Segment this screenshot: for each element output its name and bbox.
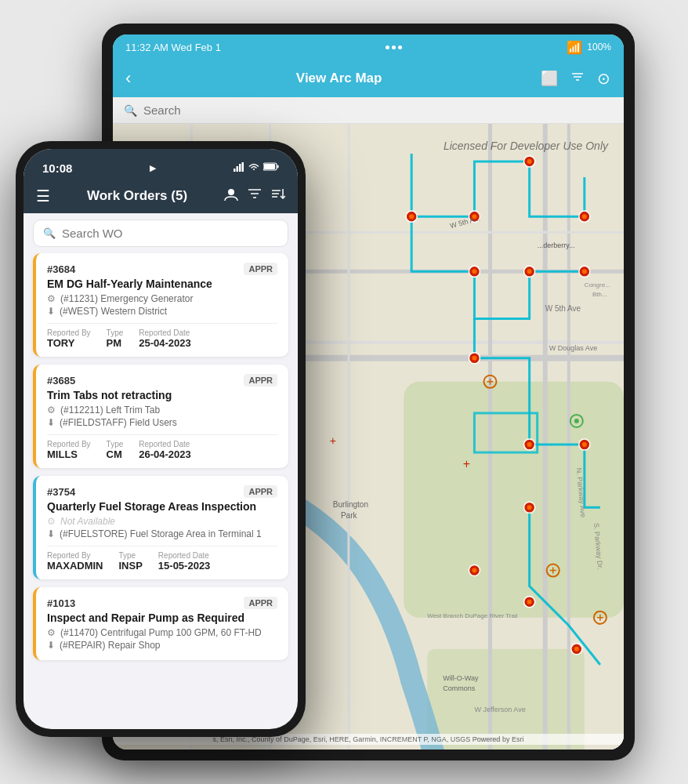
asset-icon: ⚙	[47, 516, 56, 527]
work-order-card-1013[interactable]: #1013 APPR Inspect and Repair Pump as Re…	[33, 587, 288, 660]
svg-text:W Jefferson Ave: W Jefferson Ave	[474, 706, 525, 713]
search-wo-input[interactable]	[62, 227, 278, 240]
wo-date-label: Reported Date	[139, 328, 191, 337]
wo-reported-by-col: Reported By MAXADMIN	[47, 551, 103, 572]
svg-text:Congre...: Congre...	[585, 281, 610, 289]
work-order-card-3754[interactable]: #3754 APPR Quarterly Fuel Storage Areas …	[33, 476, 288, 579]
wo-id: #3685	[47, 375, 75, 387]
wo-card-header: #3684 APPR	[47, 263, 277, 275]
filter-icon[interactable]	[570, 70, 585, 88]
wo-details-row: Reported By MAXADMIN Type INSP Reported …	[47, 551, 277, 572]
wo-asset-text: (#11470) Centrifugal Pump 100 GPM, 60 FT…	[60, 627, 262, 638]
wo-divider	[47, 434, 277, 435]
person-nav-icon[interactable]	[224, 187, 238, 205]
wo-title: Inspect and Repair Pump as Required	[47, 612, 277, 624]
filter-nav-icon[interactable]	[248, 187, 262, 205]
wo-id: #3684	[47, 263, 75, 275]
svg-point-37	[527, 442, 532, 447]
wo-badge: APPR	[244, 485, 277, 498]
svg-rect-85	[234, 169, 236, 172]
phone-nav-icons	[224, 187, 285, 205]
wo-reported-by-label: Reported By	[47, 440, 91, 448]
wo-type-value: PM	[107, 337, 124, 349]
wo-title: EM DG Half-Yearly Maintenance	[47, 278, 277, 290]
wo-reported-by-value: TORY	[47, 337, 91, 349]
wo-badge: APPR	[244, 263, 277, 275]
svg-text:...derberry...: ...derberry...	[538, 241, 575, 249]
svg-point-39	[582, 442, 587, 447]
svg-text:Bth...: Bth...	[592, 291, 607, 298]
wo-location-line: ⬇ (#WEST) Western District	[47, 306, 277, 317]
wo-title: Trim Tabs not retracting	[47, 389, 277, 401]
asset-icon: ⚙	[47, 293, 56, 304]
phone-nav-bar: ☰ Work Orders (5)	[24, 182, 298, 213]
wo-location-text: (#FUELSTORE) Fuel Storage Area in Termin…	[60, 528, 262, 539]
svg-point-23	[527, 159, 532, 164]
back-button[interactable]: ‹	[125, 68, 131, 89]
wo-type-label: Type	[107, 440, 124, 448]
location-icon: ⬇	[47, 640, 55, 651]
wo-location-line: ⬇ (#FIELDSTAFF) Field Users	[47, 417, 277, 428]
phone-status-bar: 10:08 ▶	[24, 149, 298, 182]
wo-type-value: CM	[107, 448, 124, 460]
battery-label: 100%	[587, 42, 611, 53]
svg-rect-87	[239, 164, 241, 172]
wo-divider	[47, 323, 277, 324]
svg-point-92	[228, 189, 234, 195]
wifi-phone-icon	[248, 162, 259, 173]
svg-text:Park: Park	[341, 511, 358, 520]
wo-details-row: Reported By MILLS Type CM Reported Date …	[47, 440, 277, 460]
work-order-card-3684[interactable]: #3684 APPR EM DG Half-Yearly Maintenance…	[33, 253, 288, 357]
wo-badge: APPR	[244, 597, 277, 609]
wo-date-col: Reported Date 26-04-2023	[139, 440, 191, 460]
wo-asset-line: ⚙ Not Available	[47, 516, 277, 527]
phone-nav-title: Work Orders (5)	[60, 188, 215, 204]
asset-icon: ⚙	[47, 405, 56, 416]
phone-screen: 10:08 ▶ ☰ Work Orders (5)	[24, 149, 298, 729]
svg-text:West Branch DuPage River Trail: West Branch DuPage River Trail	[427, 612, 517, 619]
svg-text:Will-O-Way: Will-O-Way	[443, 674, 479, 682]
work-orders-list: #3684 APPR EM DG Half-Yearly Maintenance…	[24, 253, 298, 729]
svg-point-29	[527, 269, 532, 274]
tablet-status-dots	[386, 45, 402, 49]
wo-date-value: 25-04-2023	[139, 337, 191, 349]
wo-date-col: Reported Date 15-05-2023	[158, 551, 211, 572]
location-icon: ⬇	[47, 528, 55, 539]
tablet-time: 11:32 AM Wed Feb 1	[125, 42, 221, 53]
wo-asset-line: ⚙ (#112211) Left Trim Tab	[47, 405, 277, 416]
battery-phone-icon	[263, 162, 279, 173]
wo-location-line: ⬇ (#FUELSTORE) Fuel Storage Area in Term…	[47, 528, 277, 539]
svg-text:+: +	[330, 434, 336, 447]
location-icon: ⬇	[47, 306, 55, 317]
wo-asset-text: (#11231) Emergency Generator	[60, 293, 193, 304]
hamburger-menu-button[interactable]: ☰	[36, 187, 50, 205]
tablet-search-input[interactable]	[143, 103, 613, 117]
svg-text:+: +	[463, 456, 470, 470]
wo-date-label: Reported Date	[139, 440, 191, 448]
wo-reported-by-value: MILLS	[47, 448, 91, 460]
svg-rect-86	[237, 166, 239, 172]
wifi-icon: 📶	[567, 40, 582, 55]
square-icon[interactable]: ⬜	[541, 70, 558, 87]
wo-location-line: ⬇ (#REPAIR) Repair Shop	[47, 640, 277, 651]
phone-location-icon: ▶	[150, 163, 156, 173]
more-icon[interactable]: ⊙	[597, 69, 611, 88]
svg-text:Burlington: Burlington	[333, 500, 368, 509]
wo-asset-text: Not Available	[60, 516, 115, 527]
phone-device: 10:08 ▶ ☰ Work Orders (5)	[16, 141, 306, 737]
wo-type-label: Type	[119, 551, 143, 560]
sort-nav-icon[interactable]	[271, 187, 285, 205]
svg-rect-90	[264, 164, 275, 169]
work-order-card-3685[interactable]: #3685 APPR Trim Tabs not retracting ⚙ (#…	[33, 365, 288, 468]
svg-point-47	[574, 647, 579, 652]
svg-rect-91	[277, 165, 279, 169]
wo-reported-by-label: Reported By	[47, 328, 91, 337]
wo-type-col: Type CM	[107, 440, 124, 460]
wo-type-col: Type INSP	[119, 551, 143, 572]
wo-reported-by-value: MAXADMIN	[47, 560, 103, 572]
svg-point-84	[574, 419, 579, 423]
svg-text:Commons: Commons	[443, 684, 476, 692]
wo-divider	[47, 546, 277, 546]
wo-location-text: (#FIELDSTAFF) Field Users	[60, 417, 177, 428]
svg-point-27	[472, 269, 476, 274]
